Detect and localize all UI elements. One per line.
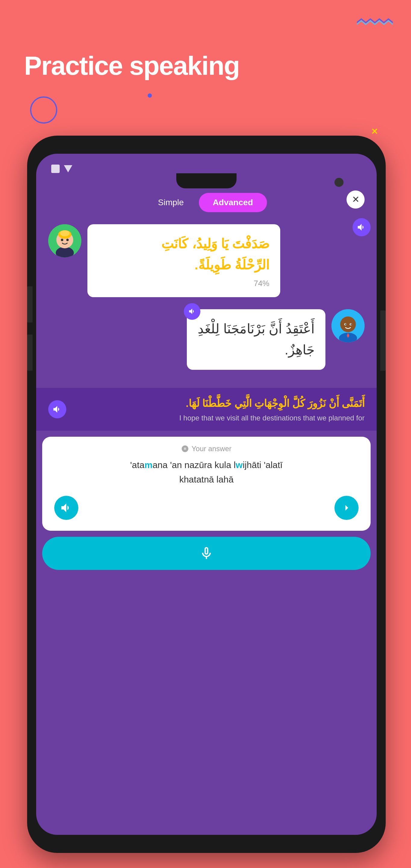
message-row-1: صَدَفْتَ يَا وَلِيدُ، كَانَتِالرِّحْلَةُ… xyxy=(48,224,365,297)
close-button[interactable]: ✕ xyxy=(347,190,365,209)
bubble-2-wrapper: أَعْتَقِدُ أَنَّ بَرْنَامَجَنَا لِلْغَدِ… xyxy=(187,309,325,370)
status-icons-left xyxy=(51,164,72,173)
svg-point-13 xyxy=(345,324,346,325)
volume-down-button xyxy=(27,335,33,371)
notch xyxy=(176,173,236,188)
message-1-arabic: صَدَفْتَ يَا وَلِيدُ، كَانَتِالرِّحْلَةُ… xyxy=(98,233,270,276)
message-row-2: أَعْتَقِدُ أَنَّ بَرْنَامَجَنَا لِلْغَدِ… xyxy=(48,309,365,370)
tab-bar: Simple Advanced ✕ xyxy=(36,184,377,218)
highlight-w: w xyxy=(235,460,243,470)
mic-button-area xyxy=(36,531,377,582)
chat-area: صَدَفْتَ يَا وَلِيدُ، كَانَتِالرِّحْلَةُ… xyxy=(36,218,377,388)
prompt-bar: أَتَمَنَّى أَنْ نَزُورَ كُلَّ الْوِجْهَا… xyxy=(36,388,377,431)
bubble-1-wrapper: صَدَفْتَ يَا وَلِيدُ، كَانَتِالرِّحْلَةُ… xyxy=(87,224,365,297)
avatar-user xyxy=(331,309,365,342)
answer-actions xyxy=(54,496,358,520)
your-answer-label: Your answer xyxy=(54,444,358,453)
message-1-percent: 74% xyxy=(98,279,270,288)
deco-circle xyxy=(30,96,57,124)
phone-screen: Simple Advanced ✕ xyxy=(36,154,377,835)
svg-point-6 xyxy=(66,239,69,241)
phone-frame: Simple Advanced ✕ xyxy=(27,135,386,853)
avatar-tutor xyxy=(48,224,81,257)
prompt-translation: I hope that we visit all the destination… xyxy=(72,413,365,423)
sound-button-2[interactable] xyxy=(184,303,200,320)
microphone-button[interactable] xyxy=(42,537,371,570)
highlight-m: m xyxy=(145,460,153,470)
phone-shell: Simple Advanced ✕ xyxy=(27,135,386,853)
prompt-text: أَتَمَنَّى أَنْ نَزُورَ كُلَّ الْوِجْهَا… xyxy=(72,396,365,423)
page-title: Practice speaking xyxy=(24,51,239,81)
answer-sound-button[interactable] xyxy=(54,496,78,520)
camera-dot xyxy=(335,178,344,187)
sound-button-1[interactable] xyxy=(352,218,371,236)
prompt-arabic: أَتَمَنَّى أَنْ نَزُورَ كُلَّ الْوِجْهَا… xyxy=(72,396,365,411)
prompt-sound-button[interactable] xyxy=(48,400,66,418)
bubble-1: صَدَفْتَ يَا وَلِيدُ، كَانَتِالرِّحْلَةُ… xyxy=(87,224,280,297)
svg-point-5 xyxy=(61,239,63,241)
deco-dot xyxy=(148,93,152,98)
screen-content: Simple Advanced ✕ xyxy=(36,184,377,835)
tab-advanced[interactable]: Advanced xyxy=(199,193,267,212)
power-button xyxy=(380,310,386,371)
tab-simple[interactable]: Simple xyxy=(146,193,196,212)
message-2-arabic: أَعْتَقِدُ أَنَّ بَرْنَامَجَنَا لِلْغَدِ… xyxy=(198,318,315,361)
answer-transliteration: 'atamana 'an nazūra kula lwijhāti 'alatī… xyxy=(54,458,358,487)
answer-area: Your answer 'atamana 'an nazūra kula lwi… xyxy=(42,437,371,531)
deco-wave xyxy=(357,17,393,26)
answer-next-button[interactable] xyxy=(335,496,358,520)
deco-x: ✕ xyxy=(371,127,378,136)
bubble-2: أَعْتَقِدُ أَنَّ بَرْنَامَجَنَا لِلْغَدِ… xyxy=(187,309,325,370)
svg-point-14 xyxy=(350,324,352,325)
svg-point-4 xyxy=(60,230,70,236)
status-icon-1 xyxy=(51,164,60,173)
status-icon-2 xyxy=(64,165,72,173)
svg-point-10 xyxy=(340,316,356,332)
close-icon: ✕ xyxy=(352,195,359,204)
volume-up-button xyxy=(27,286,33,322)
